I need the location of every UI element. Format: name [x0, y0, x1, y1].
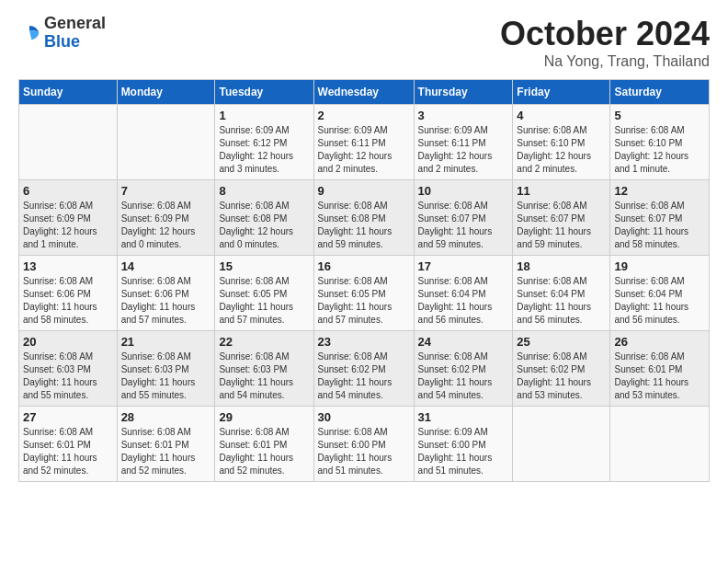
day-detail: Sunrise: 6:08 AMSunset: 6:07 PMDaylight:… — [418, 200, 509, 251]
day-detail: Sunrise: 6:08 AMSunset: 6:04 PMDaylight:… — [614, 275, 705, 327]
day-number: 13 — [23, 259, 113, 273]
day-number: 25 — [517, 335, 606, 349]
day-detail: Sunrise: 6:08 AMSunset: 6:03 PMDaylight:… — [23, 350, 113, 402]
day-detail: Sunrise: 6:08 AMSunset: 6:01 PMDaylight:… — [121, 426, 211, 477]
day-number: 30 — [318, 410, 410, 424]
header-row: SundayMondayTuesdayWednesdayThursdayFrid… — [19, 80, 710, 105]
day-number: 15 — [219, 259, 309, 273]
day-number: 20 — [23, 335, 113, 349]
logo-general: General — [44, 15, 106, 33]
day-number: 28 — [121, 410, 211, 424]
title-area: October 2024 Na Yong, Trang, Thailand — [500, 15, 710, 70]
day-detail: Sunrise: 6:08 AMSunset: 6:05 PMDaylight:… — [219, 275, 309, 327]
day-cell: 4Sunrise: 6:08 AMSunset: 6:10 PMDaylight… — [513, 105, 610, 180]
day-detail: Sunrise: 6:09 AMSunset: 6:12 PMDaylight:… — [219, 124, 309, 176]
day-number: 1 — [219, 109, 309, 122]
day-cell: 20Sunrise: 6:08 AMSunset: 6:03 PMDayligh… — [19, 331, 118, 407]
day-cell: 1Sunrise: 6:09 AMSunset: 6:12 PMDaylight… — [215, 105, 313, 180]
day-detail: Sunrise: 6:08 AMSunset: 6:06 PMDaylight:… — [121, 275, 211, 327]
day-cell: 22Sunrise: 6:08 AMSunset: 6:03 PMDayligh… — [215, 331, 313, 407]
day-detail: Sunrise: 6:08 AMSunset: 6:02 PMDaylight:… — [318, 350, 410, 402]
day-cell: 2Sunrise: 6:09 AMSunset: 6:11 PMDaylight… — [313, 105, 414, 180]
day-cell: 9Sunrise: 6:08 AMSunset: 6:08 PMDaylight… — [313, 180, 414, 256]
day-detail: Sunrise: 6:09 AMSunset: 6:11 PMDaylight:… — [418, 124, 509, 176]
day-number: 4 — [517, 109, 606, 122]
location: Na Yong, Trang, Thailand — [500, 53, 710, 70]
day-number: 19 — [614, 259, 705, 273]
day-detail: Sunrise: 6:08 AMSunset: 6:05 PMDaylight:… — [318, 275, 410, 327]
day-detail: Sunrise: 6:08 AMSunset: 6:03 PMDaylight:… — [121, 350, 211, 402]
day-cell: 24Sunrise: 6:08 AMSunset: 6:02 PMDayligh… — [414, 331, 513, 407]
logo-text: General Blue — [44, 15, 106, 52]
day-cell: 7Sunrise: 6:08 AMSunset: 6:09 PMDaylight… — [117, 180, 215, 256]
logo: General Blue — [18, 15, 106, 52]
header-cell-monday: Monday — [117, 80, 215, 105]
day-cell: 3Sunrise: 6:09 AMSunset: 6:11 PMDaylight… — [414, 105, 513, 180]
day-number: 10 — [418, 184, 509, 198]
week-row-5: 27Sunrise: 6:08 AMSunset: 6:01 PMDayligh… — [19, 407, 710, 482]
day-cell: 21Sunrise: 6:08 AMSunset: 6:03 PMDayligh… — [117, 331, 215, 407]
day-cell: 29Sunrise: 6:08 AMSunset: 6:01 PMDayligh… — [215, 407, 313, 482]
day-detail: Sunrise: 6:08 AMSunset: 6:01 PMDaylight:… — [614, 350, 705, 402]
day-cell: 30Sunrise: 6:08 AMSunset: 6:00 PMDayligh… — [313, 407, 414, 482]
day-cell: 5Sunrise: 6:08 AMSunset: 6:10 PMDaylight… — [610, 105, 710, 180]
day-number: 23 — [318, 335, 410, 349]
day-detail: Sunrise: 6:08 AMSunset: 6:10 PMDaylight:… — [614, 124, 705, 176]
day-detail: Sunrise: 6:08 AMSunset: 6:08 PMDaylight:… — [219, 200, 309, 251]
day-cell: 28Sunrise: 6:08 AMSunset: 6:01 PMDayligh… — [117, 407, 215, 482]
day-cell: 23Sunrise: 6:08 AMSunset: 6:02 PMDayligh… — [313, 331, 414, 407]
day-cell — [610, 407, 710, 482]
day-number: 29 — [219, 410, 309, 424]
day-number: 8 — [219, 184, 309, 198]
week-row-3: 13Sunrise: 6:08 AMSunset: 6:06 PMDayligh… — [19, 256, 710, 331]
day-detail: Sunrise: 6:09 AMSunset: 6:11 PMDaylight:… — [318, 124, 410, 176]
day-cell: 8Sunrise: 6:08 AMSunset: 6:08 PMDaylight… — [215, 180, 313, 256]
day-detail: Sunrise: 6:08 AMSunset: 6:09 PMDaylight:… — [23, 200, 113, 251]
calendar-header: SundayMondayTuesdayWednesdayThursdayFrid… — [19, 80, 710, 105]
day-number: 12 — [614, 184, 705, 198]
day-cell: 18Sunrise: 6:08 AMSunset: 6:04 PMDayligh… — [513, 256, 610, 331]
day-number: 17 — [418, 259, 509, 273]
header-cell-saturday: Saturday — [610, 80, 710, 105]
day-cell: 16Sunrise: 6:08 AMSunset: 6:05 PMDayligh… — [313, 256, 414, 331]
day-number: 21 — [121, 335, 211, 349]
day-detail: Sunrise: 6:08 AMSunset: 6:09 PMDaylight:… — [121, 200, 211, 251]
day-cell: 6Sunrise: 6:08 AMSunset: 6:09 PMDaylight… — [19, 180, 118, 256]
day-detail: Sunrise: 6:08 AMSunset: 6:01 PMDaylight:… — [23, 426, 113, 477]
day-cell: 27Sunrise: 6:08 AMSunset: 6:01 PMDayligh… — [19, 407, 118, 482]
day-number: 2 — [318, 109, 410, 122]
day-number: 6 — [23, 184, 113, 198]
day-number: 9 — [318, 184, 410, 198]
day-cell: 13Sunrise: 6:08 AMSunset: 6:06 PMDayligh… — [19, 256, 118, 331]
day-number: 14 — [121, 259, 211, 273]
day-number: 11 — [517, 184, 606, 198]
day-number: 5 — [614, 109, 705, 122]
day-detail: Sunrise: 6:08 AMSunset: 6:03 PMDaylight:… — [219, 350, 309, 402]
day-number: 24 — [418, 335, 509, 349]
day-cell: 17Sunrise: 6:08 AMSunset: 6:04 PMDayligh… — [414, 256, 513, 331]
day-cell — [19, 105, 118, 180]
day-cell — [117, 105, 215, 180]
day-number: 31 — [418, 410, 509, 424]
day-number: 7 — [121, 184, 211, 198]
day-cell — [513, 407, 610, 482]
week-row-2: 6Sunrise: 6:08 AMSunset: 6:09 PMDaylight… — [19, 180, 710, 256]
day-detail: Sunrise: 6:09 AMSunset: 6:00 PMDaylight:… — [418, 426, 509, 477]
day-cell: 12Sunrise: 6:08 AMSunset: 6:07 PMDayligh… — [610, 180, 710, 256]
header-cell-friday: Friday — [513, 80, 610, 105]
month-title: October 2024 — [500, 15, 710, 53]
day-cell: 11Sunrise: 6:08 AMSunset: 6:07 PMDayligh… — [513, 180, 610, 256]
week-row-4: 20Sunrise: 6:08 AMSunset: 6:03 PMDayligh… — [19, 331, 710, 407]
day-detail: Sunrise: 6:08 AMSunset: 6:02 PMDaylight:… — [517, 350, 606, 402]
week-row-1: 1Sunrise: 6:09 AMSunset: 6:12 PMDaylight… — [19, 105, 710, 180]
day-detail: Sunrise: 6:08 AMSunset: 6:01 PMDaylight:… — [219, 426, 309, 477]
day-cell: 25Sunrise: 6:08 AMSunset: 6:02 PMDayligh… — [513, 331, 610, 407]
day-number: 18 — [517, 259, 606, 273]
day-number: 16 — [318, 259, 410, 273]
header-cell-wednesday: Wednesday — [313, 80, 414, 105]
day-cell: 31Sunrise: 6:09 AMSunset: 6:00 PMDayligh… — [414, 407, 513, 482]
day-number: 26 — [614, 335, 705, 349]
day-cell: 14Sunrise: 6:08 AMSunset: 6:06 PMDayligh… — [117, 256, 215, 331]
header-cell-tuesday: Tuesday — [215, 80, 313, 105]
day-cell: 19Sunrise: 6:08 AMSunset: 6:04 PMDayligh… — [610, 256, 710, 331]
